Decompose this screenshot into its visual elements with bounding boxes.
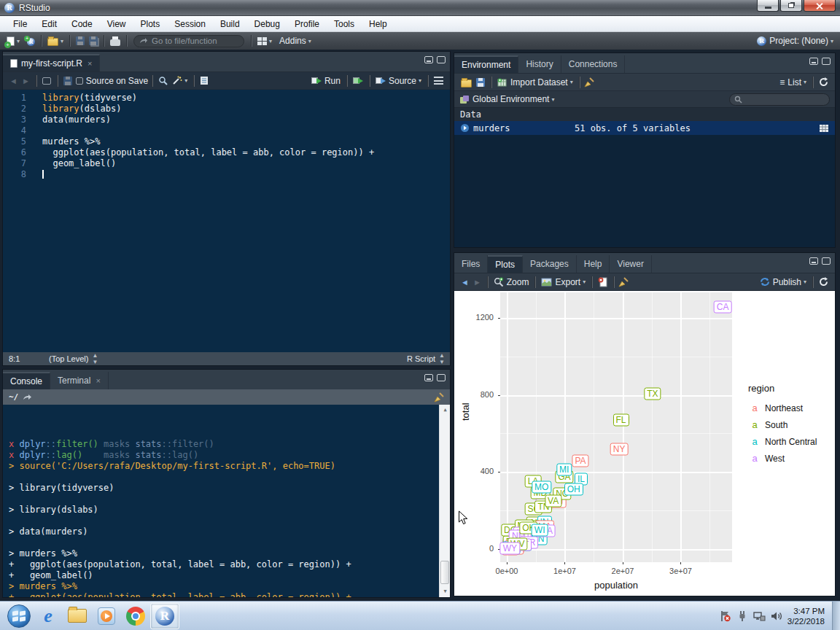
save-all-button[interactable] [87, 35, 100, 47]
print-button[interactable] [108, 35, 122, 47]
taskbar-internet-explorer[interactable]: e [34, 603, 63, 629]
save-script-button[interactable] [61, 75, 74, 87]
taskbar-clock[interactable]: 3:47 PM 3/22/2018 [788, 606, 825, 626]
source-button[interactable]: Source ▾ [373, 74, 424, 88]
code-tools-button[interactable]: ▾ [170, 74, 190, 87]
menu-help[interactable]: Help [362, 18, 394, 31]
tab-close-icon[interactable]: × [96, 376, 100, 385]
scope-indicator[interactable]: (Top Level) [49, 354, 88, 363]
menu-edit[interactable]: Edit [34, 18, 64, 31]
menu-build[interactable]: Build [213, 18, 247, 31]
tab-viewer[interactable]: Viewer [610, 255, 651, 273]
next-plot-button[interactable]: ► [471, 276, 483, 288]
load-workspace-button[interactable] [459, 76, 474, 89]
taskbar-rstudio[interactable]: R [150, 603, 179, 629]
tab-environment[interactable]: Environment [454, 55, 518, 73]
view-table-icon[interactable] [819, 124, 829, 133]
minimize-button[interactable] [757, 0, 779, 12]
menu-session[interactable]: Session [167, 18, 213, 31]
menu-debug[interactable]: Debug [247, 18, 287, 31]
refresh-plot-button[interactable] [817, 276, 831, 288]
project-button[interactable]: R Project: (None) ▾ [755, 34, 836, 47]
pane-minimize-icon[interactable] [424, 374, 433, 381]
refresh-environment-button[interactable] [817, 76, 831, 88]
open-file-button[interactable]: ▾ [45, 34, 66, 47]
export-plot-button[interactable]: Export ▾ [539, 276, 588, 289]
taskbar-media-player[interactable] [92, 603, 121, 629]
tab-connections[interactable]: Connections [561, 55, 626, 73]
environment-search-input[interactable] [729, 93, 830, 106]
action-center-icon[interactable] [720, 610, 731, 622]
save-button[interactable] [74, 35, 87, 47]
pane-minimize-icon[interactable] [809, 257, 818, 265]
remove-plot-button[interactable] [596, 276, 610, 289]
pane-maximize-icon[interactable] [822, 257, 831, 265]
menu-file[interactable]: File [6, 18, 34, 31]
save-all-icon [89, 36, 98, 45]
document-outline-button[interactable] [432, 75, 446, 86]
file-type-indicator[interactable]: R Script [407, 354, 435, 363]
nav-back-button[interactable]: ◄ [7, 75, 20, 87]
taskbar-chrome[interactable] [121, 603, 150, 629]
tab-files[interactable]: Files [454, 255, 488, 273]
menu-code[interactable]: Code [64, 18, 100, 31]
pane-minimize-icon[interactable] [424, 56, 433, 63]
volume-icon[interactable] [771, 610, 783, 622]
scroll-down-icon[interactable]: ▼ [440, 586, 450, 597]
scrollbar-thumb[interactable] [440, 561, 449, 584]
pane-maximize-icon[interactable] [437, 56, 446, 63]
import-dataset-button[interactable]: Import Dataset ▾ [495, 76, 575, 89]
pane-maximize-icon[interactable] [437, 374, 446, 381]
power-plug-icon[interactable] [736, 610, 748, 622]
restore-button[interactable] [780, 0, 802, 12]
popout-button[interactable] [40, 76, 53, 86]
run-button[interactable]: Run [309, 74, 343, 88]
menu-plots[interactable]: Plots [133, 18, 168, 31]
new-project-button[interactable]: R + [22, 34, 37, 47]
compile-report-button[interactable] [198, 74, 211, 87]
tab-close-icon[interactable]: × [88, 59, 92, 68]
pane-maximize-icon[interactable] [822, 58, 831, 65]
menu-view[interactable]: View [100, 18, 133, 31]
code-editor[interactable]: 12345678 library(tidyverse)library(dslab… [3, 90, 450, 352]
clear-console-broom-icon[interactable] [433, 392, 444, 402]
nav-forward-button[interactable]: ► [20, 75, 32, 87]
source-on-save-checkbox[interactable] [76, 77, 83, 85]
close-button[interactable] [804, 0, 836, 12]
environment-object-row-murders[interactable]: murders 51 obs. of 5 variables [454, 121, 835, 135]
console-scrollbar[interactable]: ▲ ▼ [439, 405, 450, 597]
tab-help[interactable]: Help [577, 255, 610, 273]
clear-environment-broom-icon[interactable] [583, 77, 594, 88]
new-file-button[interactable]: ▾ [4, 35, 22, 47]
publish-button[interactable]: Publish ▾ [758, 276, 809, 289]
environment-scope-label[interactable]: Global Environment [472, 94, 549, 104]
save-workspace-button[interactable] [474, 77, 487, 88]
menu-tools[interactable]: Tools [327, 18, 362, 31]
expand-object-icon[interactable] [460, 123, 470, 133]
addins-button[interactable]: Addins▾ [274, 34, 314, 47]
taskbar-file-explorer[interactable] [63, 603, 92, 629]
clear-plots-broom-icon[interactable] [618, 277, 629, 287]
list-view-button[interactable]: ≡ List ▾ [777, 76, 809, 89]
zoom-plot-button[interactable]: Zoom [491, 276, 532, 289]
start-button[interactable] [4, 603, 34, 629]
rerun-button[interactable] [351, 75, 365, 87]
scroll-up-icon[interactable]: ▲ [440, 405, 450, 416]
show-desktop-button[interactable] [832, 602, 840, 630]
pane-minimize-icon[interactable] [809, 58, 818, 65]
tab-terminal[interactable]: Terminal× [50, 372, 109, 389]
tab-packages[interactable]: Packages [523, 255, 577, 273]
tab-my-first-script[interactable]: my-first-script.R × [3, 54, 100, 71]
goto-file-function-input[interactable]: Go to file/function [133, 35, 244, 47]
tab-plots[interactable]: Plots [488, 255, 523, 273]
tab-console[interactable]: Console [3, 372, 50, 389]
network-icon[interactable] [753, 610, 766, 622]
pane-layout-button[interactable]: ▾ [255, 36, 274, 47]
find-replace-button[interactable] [156, 74, 170, 87]
console-output[interactable]: ▲ ▼ x dplyr::filter() masks stats::filte… [3, 405, 450, 597]
tab-history[interactable]: History [518, 55, 561, 73]
goto-directory-icon[interactable] [23, 394, 32, 401]
previous-plot-button[interactable]: ◄ [459, 276, 471, 288]
menu-profile[interactable]: Profile [287, 18, 327, 31]
search-icon [734, 96, 742, 104]
